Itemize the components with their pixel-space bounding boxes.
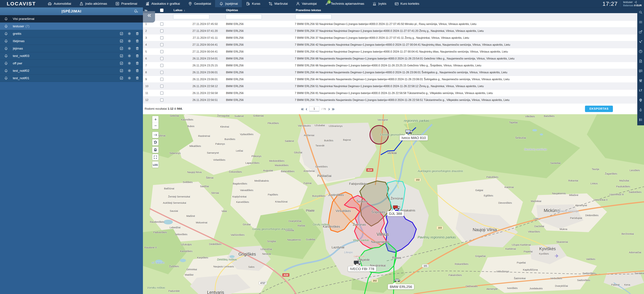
- row-checkbox[interactable]: [160, 43, 164, 46]
- table-row[interactable]: 1 27.11.2024 07:45:50 BMW ERL256 7 BMW E…: [143, 21, 644, 28]
- nav-item-ataskaitos[interactable]: Ataskaitos ir grafikai: [141, 0, 184, 7]
- nav-item-iraso-atkurimas[interactable]: Įrašo atkūrimas: [75, 0, 111, 7]
- row-checkbox[interactable]: [160, 57, 164, 60]
- map-canvas[interactable]: ✈ VilniusGrigiškėsLentvarisNaujoji Vilni…: [143, 114, 644, 294]
- gear-icon[interactable]: [128, 54, 131, 58]
- gear-icon[interactable]: [128, 32, 131, 36]
- share-icon[interactable]: [637, 27, 644, 37]
- sidebar-alert-item[interactable]: Įėjimas: [0, 45, 143, 52]
- vehicle-marker[interactable]: DJL 388: [393, 205, 400, 211]
- table-row[interactable]: 9 26.11.2024 23:06:01 BMW ERL256 7 BMW E…: [143, 76, 644, 83]
- trash-icon[interactable]: [135, 69, 139, 73]
- log-button[interactable]: LOG: [152, 162, 158, 168]
- first-page-button[interactable]: «: [301, 106, 303, 111]
- tekstas-filter-input[interactable]: [296, 14, 332, 19]
- vehicle-label[interactable]: BMW ERL256: [388, 284, 414, 289]
- alert-enabled-checkbox[interactable]: [120, 76, 124, 80]
- table-row[interactable]: 6 26.11.2024 23:54:01 BMW ERL256 7 BMW E…: [143, 55, 644, 62]
- prev-page-button[interactable]: ‹: [306, 106, 307, 111]
- print-button[interactable]: [152, 146, 158, 153]
- menu-icon[interactable]: [637, 17, 644, 27]
- trash-icon[interactable]: [135, 61, 139, 65]
- trash-icon[interactable]: [135, 39, 139, 43]
- logout-icon[interactable]: [634, 1, 637, 4]
- nav-item-kuro-korteles[interactable]: Kuro kortelės: [390, 0, 424, 7]
- chat-icon[interactable]: [637, 66, 644, 76]
- filters-icon[interactable]: [637, 76, 644, 86]
- row-checkbox[interactable]: [160, 78, 164, 81]
- vehicle-marker[interactable]: IVECO FBI 778: [354, 260, 361, 266]
- zoom-in-button[interactable]: +: [152, 116, 158, 122]
- gear-icon[interactable]: [128, 76, 131, 80]
- gear-icon[interactable]: [128, 47, 131, 50]
- sidebar-alert-item[interactable]: test_notif02: [0, 67, 143, 74]
- row-checkbox[interactable]: [160, 22, 164, 26]
- nav-item-ivykis[interactable]: Įvykis: [368, 0, 390, 7]
- row-checkbox[interactable]: [160, 29, 164, 33]
- table-row[interactable]: 4 27.11.2024 00:04:41 BMW ERL256 7 BMW E…: [143, 41, 644, 48]
- row-checkbox[interactable]: [160, 71, 164, 74]
- nav-item-techninis[interactable]: 1 Techninis aptarnavimas: [321, 0, 368, 7]
- satellite-icon[interactable]: [637, 37, 644, 47]
- laikas-filter-input[interactable]: [173, 14, 209, 19]
- language-lt-button[interactable]: LT: [637, 86, 644, 95]
- fullscreen-button[interactable]: [152, 154, 158, 160]
- sidebar-alert-item[interactable]: Išėjimas: [0, 37, 143, 45]
- objektas-filter-input[interactable]: [226, 14, 262, 19]
- col-pranesimo-tekstas[interactable]: Pranešimo tekstas: [294, 9, 644, 12]
- row-checkbox[interactable]: [160, 91, 164, 95]
- col-laikas[interactable]: Laikas↓: [171, 9, 224, 12]
- select-all-checkbox[interactable]: [160, 9, 164, 12]
- document-icon[interactable]: [637, 56, 644, 66]
- nav-item-marsrutai[interactable]: Maršrutai: [264, 0, 292, 7]
- alert-enabled-checkbox[interactable]: [120, 54, 124, 58]
- sidebar-alert-item[interactable]: Visi pranešimai: [0, 15, 143, 23]
- col-objektas[interactable]: Objektas: [224, 9, 294, 12]
- alert-enabled-checkbox[interactable]: [120, 39, 124, 43]
- fuel-drop-icon[interactable]: [637, 105, 644, 115]
- add-alert-bell-icon[interactable]: [134, 9, 138, 14]
- sidebar-alert-item[interactable]: greitis: [0, 30, 143, 37]
- gear-icon[interactable]: [128, 39, 131, 43]
- table-row[interactable]: 2 27.11.2024 07:41:20 BMW ERL256 7 BMW E…: [143, 28, 644, 34]
- alert-enabled-checkbox[interactable]: [120, 47, 124, 50]
- alert-enabled-checkbox[interactable]: [120, 32, 124, 36]
- sidebar-alert-item[interactable]: test_notif01: [0, 74, 143, 82]
- export-button[interactable]: EKSPORTAS: [585, 106, 613, 112]
- vehicle-marker[interactable]: Iveco MAO 810: [405, 129, 413, 135]
- polygon-tool-button[interactable]: [152, 139, 158, 145]
- table-row[interactable]: 11 26.11.2024 22:56:58 BMW ERL256 7 BMW …: [143, 90, 644, 97]
- sidebar-alert-item[interactable]: testuser (7): [0, 23, 143, 30]
- globe-icon[interactable]: [637, 95, 644, 105]
- nav-item-geoobjektai[interactable]: Geoobjektai: [184, 0, 215, 7]
- alert-enabled-checkbox[interactable]: [120, 61, 124, 65]
- table-row[interactable]: 12 26.11.2024 22:56:51 BMW ERL256 7 BMW …: [143, 97, 644, 103]
- row-checkbox[interactable]: [160, 64, 164, 67]
- row-checkbox[interactable]: [160, 50, 164, 53]
- sidebar-collapse-button[interactable]: «: [143, 11, 155, 23]
- trash-icon[interactable]: [135, 47, 139, 50]
- alert-enabled-checkbox[interactable]: [120, 69, 124, 73]
- nav-item-ispejimai[interactable]: Įspėjimai: [215, 0, 242, 7]
- vehicle-label[interactable]: Iveco MAO 810: [400, 135, 428, 140]
- nav-item-pranesimai[interactable]: Pranešimai: [111, 0, 141, 7]
- trash-icon[interactable]: [135, 76, 139, 80]
- gear-icon[interactable]: [128, 69, 131, 73]
- table-row[interactable]: 8 26.11.2024 23:06:01 BMW ERL256 7 BMW E…: [143, 69, 644, 76]
- page-input[interactable]: 1: [309, 106, 319, 111]
- table-row[interactable]: 7 26.11.2024 23:25:15 BMW ERL256 7 BMW E…: [143, 62, 644, 69]
- gear-icon[interactable]: [128, 61, 131, 65]
- zoom-out-button[interactable]: −: [152, 122, 158, 129]
- vehicle-label[interactable]: DJL 388: [387, 211, 404, 216]
- row-checkbox[interactable]: [160, 98, 164, 102]
- vehicle-marker[interactable]: BMW ERL256: [394, 278, 400, 283]
- measure-arrow-button[interactable]: [152, 132, 158, 138]
- sidebar-alert-item[interactable]: off pwr: [0, 60, 143, 67]
- search-icon[interactable]: [637, 8, 644, 17]
- sidebar-alert-item[interactable]: test_notif03: [0, 52, 143, 60]
- trash-icon[interactable]: [135, 32, 139, 36]
- nav-item-vairuotojai[interactable]: Vairuotojai: [292, 0, 321, 7]
- last-page-button[interactable]: »: [332, 106, 334, 111]
- row-checkbox[interactable]: [160, 85, 164, 88]
- next-page-button[interactable]: ›: [328, 106, 330, 111]
